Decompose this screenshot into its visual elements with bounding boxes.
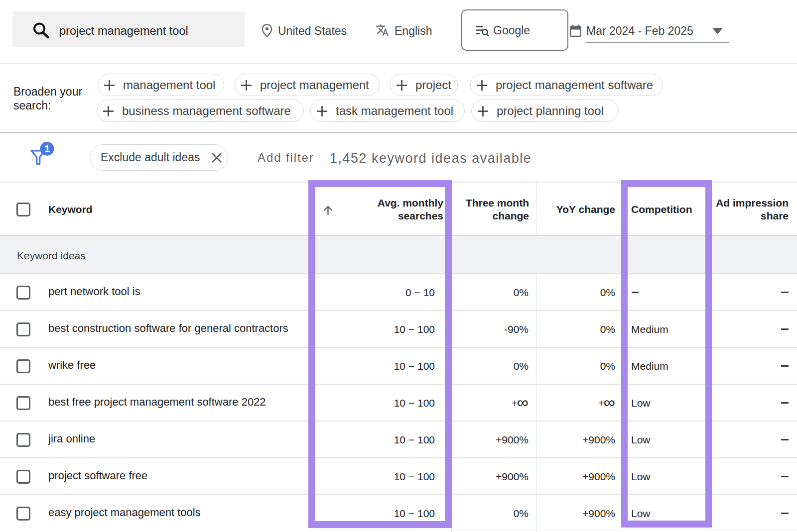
svg-text:1: 1 (44, 143, 50, 154)
